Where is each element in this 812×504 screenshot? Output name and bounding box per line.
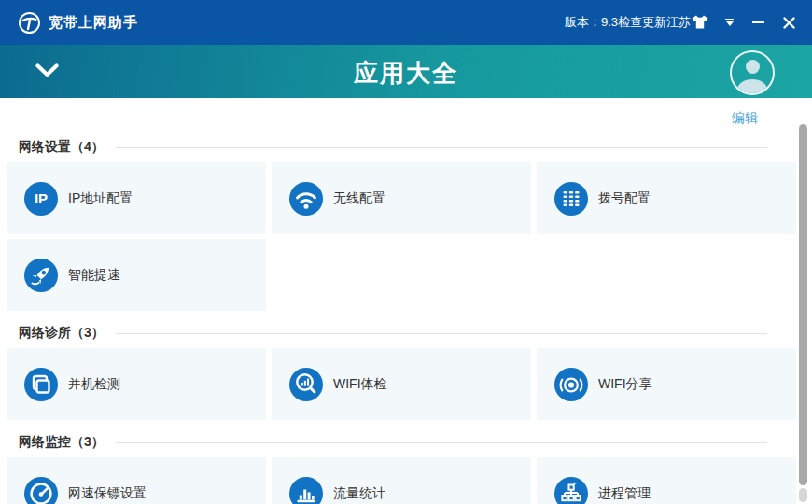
- app-card[interactable]: IP IP地址配置: [7, 162, 266, 234]
- app-grid: IP IP地址配置 无线配置 拨号配置 智能提速: [7, 162, 812, 311]
- scrollbar-track-end: [799, 488, 807, 502]
- card-label: 流量统计: [333, 485, 385, 502]
- dialpad-icon: [554, 182, 588, 216]
- page-title: 应用大全: [0, 57, 812, 90]
- section-title-row: 网络监控（3）: [19, 433, 767, 452]
- section-title-row: 网络诊所（3）: [19, 324, 767, 343]
- app-card[interactable]: 流量统计: [272, 457, 531, 504]
- minimize-icon[interactable]: [752, 21, 764, 23]
- skin-shirt-icon[interactable]: [691, 14, 709, 31]
- section-divider: [116, 442, 767, 443]
- speedometer-icon: [24, 477, 58, 504]
- section-title: 网络设置（4）: [19, 139, 105, 156]
- edit-row: 编辑: [0, 98, 812, 138]
- avatar-body: [737, 79, 767, 95]
- section-divider: [116, 333, 767, 334]
- section-title: 网络监控（3）: [19, 434, 105, 451]
- section: 网络监控（3） 网速保镖设置 流量统计 进程管理: [0, 433, 812, 504]
- version-label: 版本：9.3: [565, 14, 618, 31]
- card-label: IP地址配置: [68, 190, 133, 207]
- app-card[interactable]: 进程管理: [537, 457, 796, 504]
- app-card[interactable]: WIFI分享: [537, 348, 796, 420]
- section-divider: [116, 147, 767, 148]
- section-title-row: 网络设置（4）: [19, 138, 767, 157]
- card-label: WIFI分享: [598, 376, 652, 393]
- check-update-link[interactable]: 检查更新: [618, 14, 666, 31]
- sections-container: 网络设置（4） IP IP地址配置 无线配置 拨号配置 智能提速 网络诊所（3）…: [0, 138, 812, 504]
- titlebar-controls: 版本：9.3 检查更新 江苏: [565, 0, 812, 45]
- card-label: 智能提速: [68, 267, 120, 284]
- app-card[interactable]: 智能提速: [7, 239, 266, 311]
- card-label: 进程管理: [598, 485, 651, 502]
- wifi-icon: [289, 182, 323, 216]
- edit-link[interactable]: 编辑: [732, 110, 758, 127]
- app-grid: 并机检测 WIFI体检 WIFI分享: [7, 348, 812, 420]
- devices-icon: [24, 368, 58, 401]
- close-icon[interactable]: [783, 17, 795, 29]
- card-label: 拨号配置: [598, 190, 651, 207]
- app-window: 宽带上网助手 版本：9.3 检查更新 江苏: [0, 0, 812, 504]
- app-card[interactable]: 网速保镖设置: [7, 457, 266, 504]
- process-tree-icon: [554, 477, 588, 504]
- app-card[interactable]: 拨号配置: [537, 162, 796, 234]
- avatar-icon[interactable]: [730, 50, 775, 95]
- region-label[interactable]: 江苏: [666, 14, 691, 31]
- titlebar: 宽带上网助手 版本：9.3 检查更新 江苏: [0, 0, 812, 45]
- bar-chart-icon: [289, 477, 323, 504]
- content-area: 编辑 网络设置（4） IP IP地址配置 无线配置 拨号配置 智能提速 网络诊所…: [0, 98, 812, 504]
- avatar-head: [746, 60, 760, 74]
- app-grid: 网速保镖设置 流量统计 进程管理: [7, 457, 812, 504]
- section: 网络诊所（3） 并机检测 WIFI体检 WIFI分享: [0, 324, 812, 420]
- scrollbar[interactable]: [797, 98, 812, 504]
- dropdown-caret-icon[interactable]: [725, 19, 734, 27]
- hotspot-icon: [554, 368, 588, 401]
- app-card[interactable]: 无线配置: [272, 162, 531, 234]
- card-label: 无线配置: [333, 190, 385, 207]
- app-title: 宽带上网助手: [49, 14, 138, 32]
- rocket-icon: [24, 259, 58, 292]
- app-logo-icon: [18, 11, 41, 35]
- card-label: WIFI体检: [333, 376, 387, 393]
- section: 网络设置（4） IP IP地址配置 无线配置 拨号配置 智能提速: [0, 138, 812, 311]
- section-title: 网络诊所（3）: [19, 325, 105, 342]
- card-label: 网速保镖设置: [68, 485, 147, 502]
- scrollbar-thumb[interactable]: [799, 124, 807, 485]
- app-card[interactable]: 并机检测: [7, 348, 266, 420]
- app-card[interactable]: WIFI体检: [272, 348, 531, 420]
- wifi-checkup-icon: [289, 368, 323, 401]
- card-label: 并机检测: [68, 376, 120, 393]
- page-header: 应用大全: [0, 45, 812, 98]
- ip-icon: IP: [24, 182, 58, 216]
